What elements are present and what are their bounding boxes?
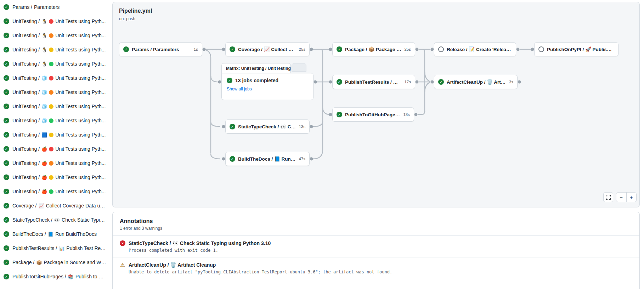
sidebar-job-item[interactable]: ✓ UnitTesting / 🐧 Unit Tests using Pyth.…	[0, 57, 106, 71]
status-icon	[438, 46, 444, 52]
python-version-dot-icon	[49, 175, 53, 180]
python-version-dot-icon	[49, 48, 53, 52]
pipeline-job-node[interactable]: ✓ Params / Parameters 1s	[119, 42, 202, 56]
pipeline-job-node[interactable]: ✓ Package / 📦 Package in So... 25s	[332, 42, 415, 56]
sidebar-job-item[interactable]: ✓ StaticTypeCheck / 👀 Check Static Typin…	[0, 213, 106, 227]
job-emoji-icon: 📘	[48, 232, 53, 237]
sidebar-job-item[interactable]: ✓ Coverage / 📈 Collect Coverage Data usi…	[0, 199, 106, 213]
annotation-detail: Unable to delete artifact "pyTooling.CLI…	[129, 269, 632, 274]
graph-zoom-controls: − +	[603, 192, 637, 202]
job-node-label: PublishToGitHubPages / 📚 ...	[345, 112, 400, 117]
success-check-icon: ✓	[4, 4, 9, 10]
sidebar-job-label: Package / 📦 Package in Source and Wh...	[12, 260, 106, 265]
python-version-dot-icon	[49, 19, 53, 24]
sidebar-job-label: UnitTesting / 🧊 Unit Tests using Pyth...	[12, 75, 106, 81]
pipeline-job-node[interactable]: Release / 📝 Create 'Release P...	[434, 42, 516, 56]
status-icon: ✓	[337, 112, 342, 117]
sidebar-job-item[interactable]: ✓ PublishToGitHubPages / 📚 Publish to G.…	[0, 269, 106, 284]
sidebar-job-label: StaticTypeCheck / 👀 Check Static Typing.…	[12, 217, 106, 223]
job-emoji-icon: 📦	[36, 260, 42, 265]
job-node-label: Package / 📦 Package in So...	[345, 46, 401, 52]
sidebar-job-item[interactable]: ✓ UnitTesting / 🧊 Unit Tests using Pyth.…	[0, 113, 106, 128]
status-icon: ✓	[337, 79, 342, 85]
job-node-label: ArtifactCleanUp / 🗑️ Artifac...	[447, 79, 506, 85]
job-emoji-icon: 📚	[68, 274, 74, 279]
matrix-summary: 13 jobs completed	[235, 78, 278, 83]
pipeline-graph-panel[interactable]: Pipeline.yml on: push	[112, 2, 640, 207]
show-all-jobs-link[interactable]: Show all jobs	[227, 87, 252, 91]
job-duration: 13s	[403, 112, 410, 117]
sidebar-job-label: PublishTestResults / 📊 Publish Test Resu…	[12, 245, 106, 251]
sidebar-job-label: UnitTesting / 🍎 Unit Tests using Pyth...	[12, 174, 106, 180]
sidebar-job-item[interactable]: ✓ UnitTesting / 🍎 Unit Tests using Pyth.…	[0, 142, 106, 156]
job-emoji-icon: 🍎	[41, 175, 47, 180]
job-duration: 47s	[299, 157, 305, 161]
pipeline-job-node[interactable]: ✓ BuildTheDocs / 📘 Run Buil... 47s	[225, 152, 310, 166]
annotation-severity-icon: ⚠	[120, 262, 125, 268]
matrix-group-box[interactable]: ✓ 13 jobs completed Show all jobs	[221, 73, 313, 100]
pipeline-job-node[interactable]: ✓ ArtifactCleanUp / 🗑️ Artifac... 3s	[434, 75, 518, 89]
sidebar-job-label: UnitTesting / 🟦 Unit Tests using Pyth...	[12, 132, 106, 138]
workflow-trigger: on: push	[119, 16, 135, 21]
sidebar-job-item[interactable]: ✓ UnitTesting / 🍎 Unit Tests using Pyth.…	[0, 184, 106, 199]
success-check-icon: ✓	[4, 274, 9, 279]
workflow-title: Pipeline.yml	[119, 8, 152, 14]
pipeline-job-node[interactable]: PublishOnPyPI / 🚀 Publish to ...	[534, 42, 618, 56]
sidebar-job-item[interactable]: ✓ PublishTestResults / 📊 Publish Test Re…	[0, 241, 106, 255]
success-check-icon: ✓	[4, 132, 9, 138]
success-check-icon: ✓	[4, 33, 9, 38]
sidebar-job-item[interactable]: ✓ UnitTesting / 🧊 Unit Tests using Pyth.…	[0, 99, 106, 113]
python-version-dot-icon	[49, 189, 53, 194]
pipeline-edges	[113, 2, 640, 207]
success-check-icon: ✓	[4, 231, 9, 237]
sidebar-job-label: UnitTesting / 🧊 Unit Tests using Pyth...	[12, 118, 106, 123]
pipeline-job-node[interactable]: ✓ Coverage / 📈 Collect Cove... 25s	[225, 42, 310, 56]
job-emoji-icon: 🧊	[41, 118, 47, 123]
success-check-icon: ✓	[4, 245, 9, 251]
matrix-group-tab[interactable]: Matrix: UnitTesting / UnitTesting	[221, 63, 291, 73]
python-version-dot-icon	[49, 118, 53, 123]
status-icon: ✓	[123, 46, 129, 52]
annotations-title: Annotations	[120, 218, 632, 224]
success-check-icon: ✓	[4, 174, 9, 180]
zoom-out-button[interactable]: −	[616, 193, 627, 202]
job-node-label: PublishOnPyPI / 🚀 Publish to ...	[547, 46, 614, 52]
sidebar-job-label: BuildTheDocs / 📘 Run BuildTheDocs	[12, 231, 97, 237]
pipeline-job-node[interactable]: ✓ PublishTestResults / 📊 Pu... 17s	[332, 75, 415, 89]
job-node-label: Coverage / 📈 Collect Cove...	[238, 46, 296, 52]
job-emoji-icon: 🧊	[41, 76, 47, 81]
pipeline-job-node[interactable]: ✓ PublishToGitHubPages / 📚 ... 13s	[332, 107, 414, 122]
zoom-in-button[interactable]: +	[627, 193, 637, 202]
job-emoji-icon: 🍎	[41, 189, 47, 194]
pipeline-job-node[interactable]: ✓ StaticTypeCheck / 👀 Chec... 13s	[225, 120, 310, 134]
job-emoji-icon: 📊	[59, 246, 64, 251]
job-node-label: PublishTestResults / 📊 Pu...	[345, 79, 401, 85]
sidebar-job-item[interactable]: ✓ UnitTesting / 🐧 Unit Tests using Pyth.…	[0, 14, 106, 28]
sidebar-job-item[interactable]: ✓ UnitTesting / 🧊 Unit Tests using Pyth.…	[0, 85, 106, 99]
sidebar-job-item[interactable]: ✓ UnitTesting / 🍎 Unit Tests using Pyth.…	[0, 170, 106, 184]
sidebar-job-item[interactable]: ✓ UnitTesting / 🍎 Unit Tests using Pyth.…	[0, 156, 106, 170]
sidebar-job-label: UnitTesting / 🐧 Unit Tests using Pyth...	[12, 47, 106, 52]
job-duration: 1s	[194, 47, 198, 51]
job-node-label: Release / 📝 Create 'Release P...	[447, 46, 512, 52]
success-check-icon: ✓	[4, 18, 9, 24]
python-version-dot-icon	[49, 161, 53, 166]
success-check-icon: ✓	[4, 118, 9, 123]
annotation-title[interactable]: ArtifactCleanUp / 🗑️ Artifact Cleanup	[129, 262, 216, 268]
matrix-tab-stack-decoration	[292, 63, 306, 72]
success-check-icon: ✓	[4, 47, 9, 52]
fullscreen-button[interactable]	[603, 192, 613, 202]
status-icon: ✓	[230, 156, 235, 162]
annotation-title[interactable]: StaticTypeCheck / 👀 Check Static Typing …	[129, 240, 271, 246]
sidebar-job-item[interactable]: ✓ UnitTesting / 🟦 Unit Tests using Pyth.…	[0, 128, 106, 142]
sidebar-job-item[interactable]: ✓ UnitTesting / 🧊 Unit Tests using Pyth.…	[0, 71, 106, 85]
sidebar-job-item[interactable]: ✓ BuildTheDocs / 📘 Run BuildTheDocs	[0, 227, 106, 241]
success-check-icon: ✓	[4, 260, 9, 265]
sidebar-job-item[interactable]: ✓ Params / Parameters	[0, 0, 106, 14]
success-check-icon: ✓	[4, 146, 9, 152]
python-version-dot-icon	[49, 147, 53, 151]
sidebar-job-item[interactable]: ✓ Package / 📦 Package in Source and Wh..…	[0, 255, 106, 269]
sidebar-job-item[interactable]: ✓ UnitTesting / 🐧 Unit Tests using Pyth.…	[0, 43, 106, 57]
sidebar-job-item[interactable]: ✓ UnitTesting / 🐧 Unit Tests using Pyth.…	[0, 28, 106, 43]
job-duration: 17s	[404, 80, 411, 84]
